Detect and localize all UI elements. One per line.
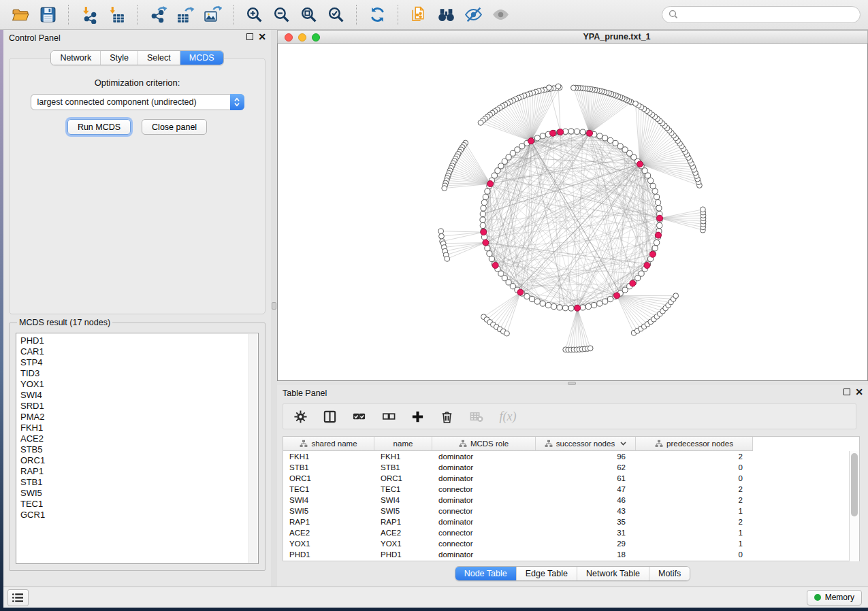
result-list-item[interactable]: PMA2: [20, 412, 258, 423]
result-list-item[interactable]: RAP1: [20, 466, 258, 477]
open-file-button[interactable]: [7, 3, 34, 27]
result-list-item[interactable]: YOX1: [20, 379, 258, 390]
result-list-item[interactable]: CAR1: [20, 346, 258, 357]
column-header-predecessor-nodes[interactable]: predecessor nodes: [636, 437, 753, 451]
table-row[interactable]: ACE2ACE2connector311: [283, 527, 859, 538]
table-row[interactable]: ORC1ORC1dominator610: [283, 473, 859, 484]
table-cell[interactable]: PHD1: [283, 549, 374, 560]
table-scrollbar[interactable]: [849, 451, 859, 561]
table-cell[interactable]: connector: [432, 527, 536, 538]
tab-motifs[interactable]: Motifs: [649, 567, 690, 580]
float-icon[interactable]: [246, 33, 253, 40]
table-row[interactable]: YOX1YOX1connector291: [283, 538, 859, 549]
table-cell[interactable]: YOX1: [374, 538, 432, 549]
clear-selection-button[interactable]: [379, 408, 397, 425]
result-list-item[interactable]: ORC1: [20, 455, 258, 466]
import-network-button[interactable]: [76, 3, 103, 27]
table-cell[interactable]: SWI4: [283, 495, 374, 506]
column-header-mcds-role[interactable]: MCDS role: [432, 437, 536, 451]
zoom-light[interactable]: [312, 33, 320, 42]
table-cell[interactable]: 2: [636, 516, 753, 527]
table-cell[interactable]: 0: [636, 462, 753, 473]
column-header-name[interactable]: name: [374, 437, 432, 451]
table-cell[interactable]: 47: [536, 484, 636, 495]
table-scrollbar-thumb[interactable]: [851, 453, 858, 516]
table-cell[interactable]: 31: [536, 527, 636, 538]
table-cell[interactable]: RAP1: [374, 516, 432, 527]
table-cell[interactable]: 43: [536, 506, 636, 516]
table-cell[interactable]: 1: [636, 538, 753, 549]
table-cell[interactable]: 61: [536, 473, 636, 484]
delete-column-button[interactable]: [438, 408, 455, 425]
table-row[interactable]: RAP1RAP1dominator352: [283, 516, 859, 527]
table-row[interactable]: STB1STB1dominator620: [283, 462, 859, 473]
table-cell[interactable]: SWI5: [283, 506, 374, 516]
save-session-button[interactable]: [34, 3, 61, 27]
hide-selection-button[interactable]: [460, 3, 487, 27]
close-panel-button[interactable]: Close panel: [142, 119, 207, 135]
add-column-button[interactable]: [408, 408, 426, 425]
export-network-button[interactable]: [144, 3, 172, 27]
column-header-successor-nodes[interactable]: successor nodes: [536, 437, 636, 451]
table-row[interactable]: SWI4SWI4dominator462: [283, 495, 859, 506]
table-cell[interactable]: connector: [432, 506, 536, 516]
result-scrollbar[interactable]: [248, 334, 257, 563]
close-icon[interactable]: ✕: [258, 33, 266, 40]
search-input[interactable]: [681, 10, 854, 20]
tab-network[interactable]: Network: [51, 51, 100, 65]
table-row[interactable]: PHD1PHD1dominator180: [283, 549, 859, 560]
result-list-item[interactable]: SRD1: [20, 401, 258, 412]
result-list-item[interactable]: STP4: [20, 357, 258, 368]
table-cell[interactable]: ACE2: [374, 527, 432, 538]
memory-button[interactable]: Memory: [807, 590, 862, 606]
table-cell[interactable]: 0: [636, 549, 753, 560]
tab-mcds[interactable]: MCDS: [180, 51, 223, 65]
list-menu-icon[interactable]: [7, 589, 29, 606]
table-cell[interactable]: SWI5: [374, 506, 432, 516]
table-cell[interactable]: dominator: [432, 549, 536, 560]
minimize-light[interactable]: [298, 33, 306, 42]
network-graph[interactable]: [278, 44, 867, 380]
table-row[interactable]: FKH1FKH1dominator962: [283, 451, 859, 462]
table-cell[interactable]: ORC1: [374, 473, 432, 484]
table-cell[interactable]: 62: [536, 462, 636, 473]
table-cell[interactable]: FKH1: [283, 451, 374, 462]
table-cell[interactable]: 46: [536, 495, 636, 506]
run-mcds-button[interactable]: Run MCDS: [67, 119, 131, 135]
table-cell[interactable]: RAP1: [283, 516, 374, 527]
table-cell[interactable]: 29: [536, 538, 636, 549]
import-table-button[interactable]: [103, 3, 130, 27]
table-cell[interactable]: TEC1: [283, 484, 374, 495]
table-cell[interactable]: 2: [636, 451, 753, 462]
result-list-item[interactable]: FKH1: [20, 423, 258, 433]
network-view-canvas[interactable]: [277, 44, 868, 381]
table-cell[interactable]: 1: [636, 506, 753, 516]
table-cell[interactable]: ACE2: [283, 527, 374, 538]
table-cell[interactable]: dominator: [432, 495, 536, 506]
table-cell[interactable]: connector: [432, 484, 536, 495]
table-cell[interactable]: YOX1: [283, 538, 374, 549]
result-list-item[interactable]: TEC1: [20, 499, 258, 510]
table-cell[interactable]: connector: [432, 538, 536, 549]
table-row[interactable]: TEC1TEC1connector472: [283, 484, 859, 495]
table-cell[interactable]: SWI4: [374, 495, 432, 506]
float-icon[interactable]: [843, 389, 850, 395]
vertical-splitter-handle[interactable]: [272, 302, 276, 310]
close-light[interactable]: [285, 33, 293, 42]
table-cell[interactable]: 18: [536, 549, 636, 560]
zoom-selected-button[interactable]: [322, 3, 349, 27]
result-list-item[interactable]: ACE2: [20, 433, 258, 444]
table-cell[interactable]: 0: [636, 473, 753, 484]
table-cell[interactable]: dominator: [432, 451, 536, 462]
table-cell[interactable]: TEC1: [374, 484, 432, 495]
table-cell[interactable]: FKH1: [374, 451, 432, 462]
table-cell[interactable]: dominator: [432, 462, 536, 473]
table-cell[interactable]: STB1: [374, 462, 432, 473]
tab-style[interactable]: Style: [100, 51, 138, 65]
table-settings-button[interactable]: [291, 408, 309, 425]
find-button[interactable]: [432, 3, 460, 27]
show-columns-button[interactable]: [321, 408, 338, 425]
zoom-fit-button[interactable]: [295, 3, 322, 27]
result-list-item[interactable]: SWI4: [20, 390, 258, 401]
table-cell[interactable]: 1: [636, 527, 753, 538]
